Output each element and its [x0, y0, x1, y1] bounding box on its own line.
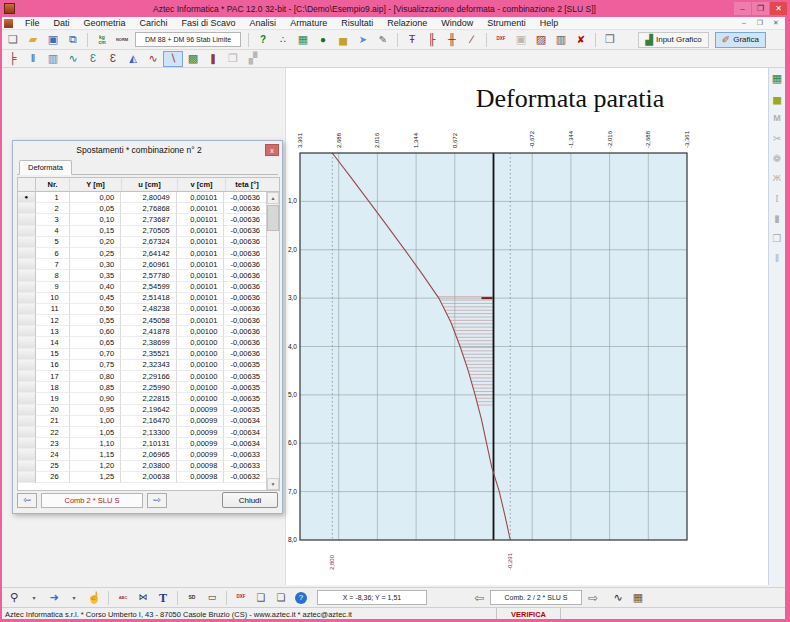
pointer-icon[interactable]: ⋈ — [133, 590, 153, 606]
row-selector[interactable] — [18, 349, 36, 360]
row-selector[interactable] — [18, 326, 36, 337]
pressure-left-icon[interactable]: Ɛ — [83, 51, 103, 67]
next-comb-arrow[interactable]: ⇨ — [585, 591, 601, 605]
save-all-icon[interactable]: ⧉ — [63, 32, 83, 48]
normative-selector[interactable]: DM 88 + DM 96 Stab Limite — [135, 32, 241, 47]
table-row[interactable]: 241,152,069650,00099-0,00633 — [18, 449, 266, 460]
row-selector[interactable] — [18, 405, 36, 416]
table-row[interactable]: 120,552,450580,00101-0,00636 — [18, 315, 266, 326]
grid-table-icon[interactable]: ▦ — [293, 32, 313, 48]
table-row[interactable]: 30,102,736870,00101-0,00636 — [18, 214, 266, 225]
table-row[interactable]: 180,852,259900,00100-0,00635 — [18, 382, 266, 393]
deformation-chart[interactable]: 3,3612,6882,0161,3440,672-0,672-1,344-2,… — [285, 68, 768, 585]
mdi-close-button[interactable]: ✕ — [770, 19, 782, 27]
piles-icon[interactable]: ‖ — [23, 51, 43, 67]
pressure-right-icon[interactable]: Ɛ — [103, 51, 123, 67]
row-selector[interactable] — [18, 237, 36, 248]
table-scrollbar[interactable]: ▲ ▼ — [266, 192, 279, 490]
row-selector[interactable] — [18, 293, 36, 304]
table-row[interactable]: 170,802,291660,00100-0,00635 — [18, 371, 266, 382]
section-plane-icon[interactable]: ➤ — [353, 32, 373, 48]
next-combination-button[interactable]: ⇨ — [147, 493, 167, 508]
edit-drawing-icon[interactable]: ✎ — [373, 32, 393, 48]
pan-arrow-icon[interactable]: ➜ — [44, 590, 64, 606]
row-selector[interactable] — [18, 248, 36, 259]
menu-item-fasi-di-scavo[interactable]: Fasi di Scavo — [175, 18, 243, 28]
table-row[interactable]: 80,352,577800,00101-0,00636 — [18, 270, 266, 281]
menu-item-dati[interactable]: Dati — [47, 18, 77, 28]
table-row[interactable]: 100,452,514180,00101-0,00636 — [18, 293, 266, 304]
menu-item-analisi[interactable]: Analisi — [243, 18, 284, 28]
row-selector[interactable] — [18, 449, 36, 460]
print-preview-icon[interactable]: ❏ — [271, 590, 291, 606]
dimension-sd-icon[interactable]: SD — [182, 590, 202, 606]
color-map-icon[interactable]: ▩ — [183, 51, 203, 67]
dxf-export-icon[interactable]: DXF — [491, 32, 511, 48]
zoom-icon[interactable]: ⚲ — [4, 590, 24, 606]
row-selector[interactable] — [18, 214, 36, 225]
menu-item-file[interactable]: File — [18, 18, 47, 28]
chiudi-button[interactable]: Chiudi — [222, 492, 278, 508]
results-grid-icon[interactable]: ▦ — [770, 71, 785, 86]
menu-item-geometria[interactable]: Geometria — [77, 18, 133, 28]
dxf-icon[interactable]: DXF — [231, 590, 251, 606]
dialog-title-bar[interactable]: Spostamenti * combinazione n° 2 x — [13, 141, 282, 159]
dialog-close-icon[interactable]: x — [265, 144, 279, 156]
soil-layers-icon[interactable]: ▅ — [333, 32, 353, 48]
minimize-button[interactable]: ‒ — [734, 2, 751, 15]
row-selector[interactable] — [18, 360, 36, 371]
menu-item-carichi[interactable]: Carichi — [133, 18, 175, 28]
row-selector[interactable] — [18, 315, 36, 326]
normative-icon[interactable]: NORM — [112, 32, 132, 48]
combination-selector[interactable]: Comb. 2 / 2 * SLU S — [490, 590, 582, 605]
scrollbar-thumb[interactable] — [267, 205, 279, 231]
close-button[interactable]: ✕ — [770, 2, 787, 15]
table-row[interactable]: 110,502,482380,00101-0,00636 — [18, 304, 266, 315]
wall-3d-icon[interactable]: ▥ — [43, 51, 63, 67]
analysis-options-icon[interactable]: ∴ — [273, 32, 293, 48]
table-row[interactable]: 211,002,164700,00099-0,00634 — [18, 416, 266, 427]
menu-item-armature[interactable]: Armature — [283, 18, 334, 28]
report-icon[interactable]: ❒ — [600, 32, 620, 48]
chart-icon[interactable]: ▅ — [770, 91, 785, 106]
row-selector[interactable] — [18, 416, 36, 427]
dimension-style-icon[interactable]: ▭ — [202, 590, 222, 606]
displacement-plot-icon[interactable]: ∿ — [143, 51, 163, 67]
wall-inclined-icon[interactable]: ∕ — [462, 32, 482, 48]
table-row[interactable]: 231,102,101310,00099-0,00634 — [18, 438, 266, 449]
wall-anchor-left-icon[interactable]: ╟ — [422, 32, 442, 48]
row-selector[interactable] — [18, 282, 36, 293]
row-selector[interactable]: ● — [18, 192, 36, 203]
tab-deformata[interactable]: Deformata — [19, 160, 72, 175]
mdi-minimize-button[interactable]: ‒ — [738, 19, 750, 27]
text-tool-icon[interactable]: T — [153, 590, 173, 606]
row-selector[interactable] — [18, 427, 36, 438]
table-row[interactable]: 90,402,545990,00101-0,00636 — [18, 282, 266, 293]
materials-icon[interactable]: ● — [313, 32, 333, 48]
save-icon[interactable]: ▣ — [43, 32, 63, 48]
table-row[interactable]: 160,752,323430,00100-0,00635 — [18, 360, 266, 371]
rebar-delete-icon[interactable]: ✘ — [571, 32, 591, 48]
row-selector[interactable] — [18, 259, 36, 270]
table-row[interactable]: 200,952,196420,00099-0,00635 — [18, 405, 266, 416]
rebar-design-icon[interactable]: ▨ — [531, 32, 551, 48]
menu-item-strumenti[interactable]: Strumenti — [480, 18, 533, 28]
open-folder-icon[interactable]: ▰ — [23, 32, 43, 48]
table-row[interactable]: 70,302,609610,00101-0,00636 — [18, 259, 266, 270]
row-selector[interactable] — [18, 270, 36, 281]
scroll-up-icon[interactable]: ▲ — [267, 192, 279, 204]
moment-diagrams-icon[interactable]: ∿ — [63, 51, 83, 67]
menu-item-relazione[interactable]: Relazione — [380, 18, 434, 28]
menu-item-risultati[interactable]: Risultati — [334, 18, 380, 28]
new-file-icon[interactable]: ❏ — [3, 32, 23, 48]
mdi-restore-button[interactable]: ❐ — [754, 19, 766, 27]
row-selector[interactable] — [18, 382, 36, 393]
table-row[interactable]: 20,052,768680,00101-0,00636 — [18, 203, 266, 214]
table-row[interactable]: 150,702,355210,00100-0,00636 — [18, 349, 266, 360]
table-row[interactable]: 130,602,418780,00100-0,00636 — [18, 326, 266, 337]
scroll-down-icon[interactable]: ▼ — [267, 478, 279, 490]
row-selector[interactable] — [18, 304, 36, 315]
table-row[interactable]: 140,652,386990,00100-0,00636 — [18, 337, 266, 348]
diagram-curve-icon[interactable]: ∿ — [608, 590, 628, 606]
table-row[interactable]: 50,202,673240,00101-0,00636 — [18, 237, 266, 248]
